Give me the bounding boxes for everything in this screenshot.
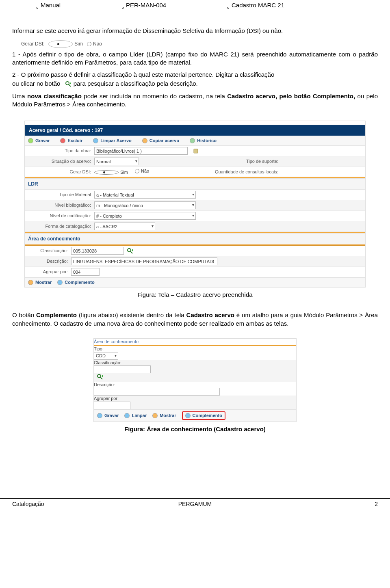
mock2-limpar-button[interactable]: Limpar [124,413,147,419]
mock2-row-descricao: Descrição: [94,382,296,396]
area-bottombar: Mostrar Complemento [25,277,365,287]
copy-icon [142,138,147,143]
mock2-classificacao-input[interactable] [94,365,151,373]
mock2-complemento-highlight: Complemento [182,411,225,420]
gravar-button[interactable]: Gravar [28,138,50,144]
row-gerar-dsi: Gerar DSI: Sim Não Quantidade de consult… [25,167,365,177]
header-manual: Manual [41,1,61,9]
nivel-bib-select[interactable] [94,201,196,209]
mock2-agrupar-input[interactable] [94,402,130,409]
footer-left: Catalogação [12,500,134,508]
tipo-select[interactable] [94,352,118,360]
plus-icon [28,138,33,143]
row-tipo-material: Tipo de Material [25,190,365,200]
figure-caption-1: Figura: Tela – Cadastro acervo preenchid… [12,291,378,299]
row-classificacao: Classificação: [25,246,365,256]
mock2-row-agrupar: Agrupar por: [94,396,296,409]
mock2-gravar-button[interactable]: Gravar [97,413,119,419]
cadastro-acervo-mock: Acervo geral / Cód. acervo : 197 Gravar … [24,121,366,288]
tipo-suporte-label: Tipo de suporte: [246,158,282,164]
forma-cat-select[interactable] [94,223,155,230]
search-classification-icon[interactable] [65,80,72,88]
nivel-cod-select[interactable] [94,212,196,220]
minus-icon [60,138,65,143]
row-nivel-bibliografico: Nível bibliográfico: [25,200,365,211]
mock2-head: Área de conhecimento [94,339,296,345]
paragraph-newclass: Uma nova classificação pode ser incluída… [12,92,378,109]
classificacao-input[interactable] [71,247,124,255]
ldr-section-head: LDR [25,178,365,190]
dot-icon [228,7,229,9]
refresh-icon [93,138,98,143]
tipo-obra-search-icon[interactable] [193,147,200,155]
row-forma-catalogacao: Forma de catalogação: [25,221,365,232]
header-code: PER-MAN-004 [126,1,166,9]
dsi-sim-option[interactable]: Sim [48,40,83,48]
dsi-label: Gerar DSI: [21,41,44,47]
mock2-bottombar: Gravar Limpar Mostrar Complemento [94,409,296,422]
row-agrupar: Agrupar por: [25,267,365,277]
svg-line-6 [100,377,102,379]
panel-title: Acervo geral / Cód. acervo : 197 [25,125,365,136]
dot-icon [37,7,38,9]
limpar-acervo-button[interactable]: Limpar Acervo [93,138,132,144]
mostrar-button[interactable]: Mostrar [28,279,52,285]
agrupar-input[interactable] [71,268,100,276]
dsi-nao-radio[interactable]: Não [135,168,149,174]
tipo-material-select[interactable] [94,191,196,199]
figure-caption-2: Figura: Área de conhecimento (Cadastro a… [12,425,378,433]
excluir-button[interactable]: Excluir [60,138,82,144]
svg-line-1 [69,84,71,86]
page-header: Manual PER-MAN-004 Cadastro MARC 21 [0,0,390,12]
history-icon [190,138,195,143]
tipo-obra-input[interactable] [94,147,188,155]
dsi-nao-option[interactable]: Não [87,41,102,47]
area-section-head: Área de conhecimento [25,233,365,244]
svg-rect-2 [194,149,198,153]
save-icon [97,413,102,418]
qtd-consultas-label: Quantidade de consultas locais: [215,169,282,175]
mock2-descricao-input[interactable] [94,388,220,396]
row-nivel-codificacao: Nível de codificação: [25,211,365,221]
row-situacao: Situação do acervo: Tipo de suporte: [25,156,365,167]
descricao-input[interactable] [71,257,217,265]
situacao-select[interactable] [94,158,139,165]
footer-page: 2 [256,500,378,508]
paragraph-intro: Informar se este acervo irá gerar inform… [12,27,378,35]
svg-point-0 [66,82,69,85]
svg-point-3 [128,249,131,252]
svg-point-5 [98,374,101,378]
paragraph-step1: 1 - Após definir o tipo de obra, o campo… [12,50,378,67]
complemento-button[interactable]: Complemento [57,279,94,285]
clear-icon [124,413,130,418]
dsi-inline-mock: Gerar DSI: Sim Não [21,40,102,48]
footer-center: PERGAMUM [134,500,256,508]
dsi-sim-radio[interactable]: Sim [94,169,128,175]
dot-icon [122,7,124,9]
radio-icon [87,42,91,46]
area-conhecimento-mock: Área de conhecimento Tipo: Classificação… [93,338,297,422]
row-descricao: Descrição: [25,256,365,267]
copiar-acervo-button[interactable]: Copiar acervo [142,138,179,144]
show-icon [152,413,158,418]
mock2-row-tipo: Tipo: [94,346,296,360]
mock2-classificacao-search-icon[interactable] [96,373,104,380]
plus-icon [57,280,63,285]
paragraph-step2b: ou clicar no botão para pesquisar a clas… [12,80,378,88]
header-title: Cadastro MARC 21 [232,1,284,9]
mock2-mostrar-button[interactable]: Mostrar [152,413,176,419]
historico-button[interactable]: Histórico [190,138,217,144]
show-icon [28,280,33,285]
svg-line-4 [130,251,132,253]
row-tipo-obra: Tipo da obra: [25,146,365,156]
mock2-row-classificacao: Classificação: [94,360,296,382]
paragraph-complemento: O botão Complemento (figura abaixo) exis… [12,311,378,328]
plus-icon [185,413,191,418]
mock2-complemento-button[interactable]: Complemento [185,413,222,419]
toolbar: Gravar Excluir Limpar Acervo Copiar acer… [25,136,365,146]
classificacao-search-icon[interactable] [126,247,134,255]
radio-icon [48,40,73,48]
paragraph-step2a: 2 - O próximo passo é definir a classifi… [12,71,378,79]
page-footer: Catalogação PERGAMUM 2 [0,498,390,508]
